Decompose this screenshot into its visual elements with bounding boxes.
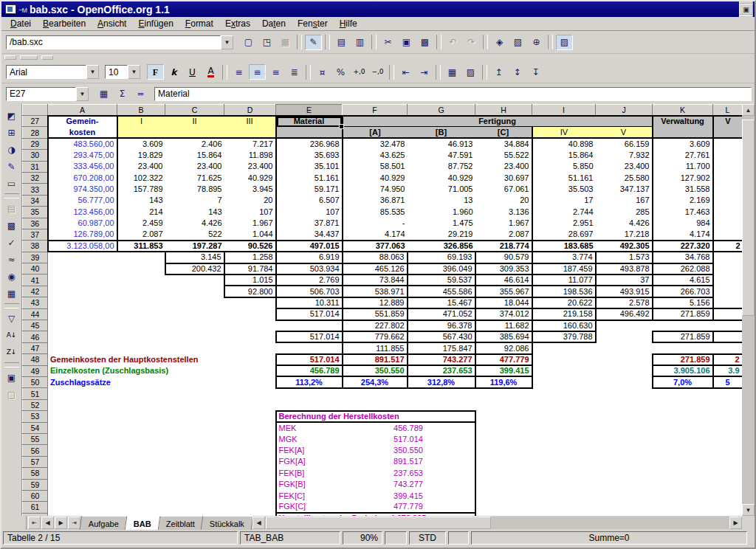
cell-L30[interactable] [713,150,743,161]
cell-J51[interactable] [596,388,653,399]
row-header-27[interactable]: 27 [23,116,48,127]
tab-stückkalk[interactable]: Stückkalk [201,516,254,530]
cell-D55[interactable] [224,433,276,444]
cell-K54[interactable] [653,422,713,433]
cell-J48[interactable] [596,354,653,365]
cell-L43[interactable] [713,297,743,308]
cell-H33[interactable]: 67.061 [475,184,532,195]
cell-G49[interactable]: 237.653 [408,365,475,376]
cell-K60[interactable] [653,490,713,501]
cell-I39[interactable]: 3.774 [532,252,596,263]
row-header-44[interactable]: 44 [23,308,48,320]
cell-G36[interactable]: 1.475 [408,218,475,229]
cell-L31[interactable] [713,161,743,172]
cell-C32[interactable]: 71.625 [165,172,224,183]
cell-E39[interactable]: 6.919 [276,252,343,263]
row-header-54[interactable]: 54 [23,422,48,433]
cell-J34[interactable]: 167 [596,195,653,206]
cell-H44[interactable]: 374.012 [475,308,532,320]
cell-D36[interactable]: 1.967 [224,218,276,229]
cell-J29[interactable]: 66.159 [596,138,653,149]
cell-D47[interactable] [224,342,276,353]
font-name-dropdown-icon[interactable]: ▼ [86,65,99,79]
cell-D52[interactable] [224,399,276,410]
cell-H39[interactable]: 90.579 [475,252,532,263]
cell-A34[interactable]: 56.777,00 [48,195,117,206]
row-header-52[interactable]: 52 [23,399,48,410]
cell-reference-dropdown-icon[interactable]: ▼ [76,87,89,101]
column-header-B[interactable]: B [117,105,165,116]
cell-B31[interactable]: 23.400 [117,161,165,172]
cell-J45[interactable] [596,320,653,331]
cell-J46[interactable] [596,331,653,342]
cell-L56[interactable] [713,445,743,456]
corner-header[interactable] [23,105,48,116]
cell-G29[interactable]: 46.913 [408,138,475,149]
cell-F40[interactable]: 465.126 [343,263,408,274]
cell-H38[interactable]: 218.774 [475,241,532,252]
cell-H50[interactable]: 119,6% [475,376,532,387]
cell-E40[interactable]: 503.934 [276,263,343,274]
cell-G33[interactable]: 71.005 [408,184,475,195]
cell-H47[interactable]: 92.086 [475,342,532,353]
cell-J37[interactable]: 17.218 [596,229,653,240]
url-field[interactable]: /bab.sxc [6,35,221,49]
cell-I33[interactable]: 35.503 [532,184,596,195]
cell-J32[interactable]: 25.580 [596,172,653,183]
function-wizard-icon[interactable]: ▦ [95,86,112,102]
row-header-30[interactable]: 30 [23,150,48,161]
cell-D42[interactable]: 92.800 [224,286,276,297]
cell-I47[interactable] [532,342,596,353]
cell-E51[interactable] [276,388,343,399]
cell-I54[interactable] [532,422,596,433]
cell-F39[interactable]: 88.063 [343,252,408,263]
cell-B37[interactable]: 2.087 [117,229,165,240]
cell-B58[interactable] [117,468,165,479]
row-header-43[interactable]: 43 [23,297,48,308]
cell-I28[interactable]: IV [532,127,596,138]
last-sheet-icon[interactable]: ⇥ [68,517,80,529]
cell-H30[interactable]: 55.522 [475,150,532,161]
cell-A60[interactable] [48,490,117,501]
scroll-down-icon[interactable]: ▼ [742,504,755,516]
cell-F54[interactable]: 456.789 [343,422,475,433]
cell-I60[interactable] [532,490,596,501]
cell-K34[interactable]: 2.169 [653,195,713,206]
cell-K46[interactable]: 271.859 [653,331,713,342]
cell-B27[interactable]: I [117,116,165,127]
row-header-32[interactable]: 32 [23,172,48,183]
cell-K47[interactable] [653,342,713,353]
cell-H56[interactable] [475,445,532,456]
edit-file-icon[interactable]: ✎ [305,35,322,50]
cell-G32[interactable]: 40.929 [408,172,475,183]
row-header-46[interactable]: 46 [23,331,48,342]
column-header-L[interactable]: L [713,105,743,116]
cell-D51[interactable] [224,388,276,399]
cell-K57[interactable] [653,456,713,467]
tab-zeitblatt[interactable]: Zeitblatt [157,516,204,530]
cell-E28[interactable] [276,127,343,138]
cell-F33[interactable]: 74.950 [343,184,408,195]
cell-H45[interactable]: 11.682 [475,320,532,331]
menu-format[interactable]: Format [179,18,219,30]
cell-E59[interactable]: FGK[B] [276,479,343,490]
cell-H31[interactable]: 23.400 [475,161,532,172]
cell-H36[interactable]: 1.967 [475,218,532,229]
cell-E50[interactable]: 113,2% [276,376,343,387]
cell-K27[interactable]: Verwaltung [653,116,713,127]
cell-F48[interactable]: 891.517 [343,354,408,365]
cell-C59[interactable] [165,479,224,490]
cell-H34[interactable]: 20 [475,195,532,206]
cell-F45[interactable]: 227.802 [343,320,408,331]
cell-E48[interactable]: 517.014 [276,354,343,365]
tab-bab[interactable]: BAB [125,516,161,530]
cell-K59[interactable] [653,479,713,490]
cell-G38[interactable]: 326.856 [408,241,475,252]
menu-bearbeiten[interactable]: Bearbeiten [37,18,92,30]
cell-F35[interactable]: 85.535 [343,207,408,218]
maximize-button[interactable]: ▣ [739,4,753,15]
vertical-scroll-thumb[interactable] [742,120,755,316]
cell-K39[interactable]: 34.768 [653,252,713,263]
column-header-E[interactable]: E [276,105,343,116]
cell-B47[interactable] [117,342,165,353]
